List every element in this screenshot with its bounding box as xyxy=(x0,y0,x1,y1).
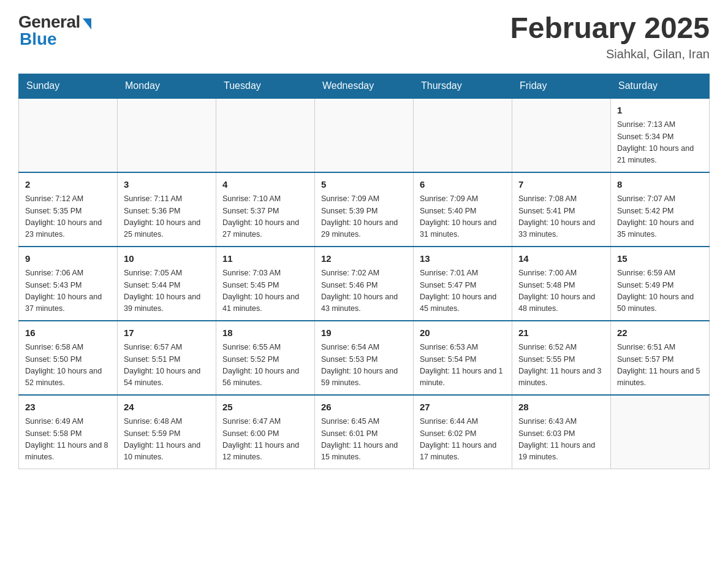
day-number: 1 xyxy=(617,104,703,118)
day-number: 4 xyxy=(222,178,308,192)
day-info: Sunrise: 7:06 AMSunset: 5:43 PMDaylight:… xyxy=(25,267,111,315)
day-info: Sunrise: 7:09 AMSunset: 5:39 PMDaylight:… xyxy=(321,193,407,241)
day-info: Sunrise: 7:08 AMSunset: 5:41 PMDaylight:… xyxy=(518,193,604,241)
calendar-cell: 8Sunrise: 7:07 AMSunset: 5:42 PMDaylight… xyxy=(611,172,710,247)
day-info: Sunrise: 6:55 AMSunset: 5:52 PMDaylight:… xyxy=(222,342,308,389)
calendar-header-sunday: Sunday xyxy=(19,74,118,98)
day-info: Sunrise: 7:11 AMSunset: 5:36 PMDaylight:… xyxy=(124,193,210,241)
calendar-cell: 26Sunrise: 6:45 AMSunset: 6:01 PMDayligh… xyxy=(315,395,414,469)
day-number: 23 xyxy=(25,400,111,415)
calendar-cell: 28Sunrise: 6:43 AMSunset: 6:03 PMDayligh… xyxy=(512,395,611,469)
day-number: 15 xyxy=(617,252,703,266)
day-info: Sunrise: 6:44 AMSunset: 6:02 PMDaylight:… xyxy=(420,416,506,464)
calendar-cell: 27Sunrise: 6:44 AMSunset: 6:02 PMDayligh… xyxy=(414,395,512,469)
day-number: 3 xyxy=(124,178,210,192)
day-info: Sunrise: 7:05 AMSunset: 5:44 PMDaylight:… xyxy=(124,267,210,315)
calendar-cell: 23Sunrise: 6:49 AMSunset: 5:58 PMDayligh… xyxy=(19,395,118,469)
day-number: 9 xyxy=(25,252,111,266)
calendar-cell: 22Sunrise: 6:51 AMSunset: 5:57 PMDayligh… xyxy=(611,321,710,395)
day-number: 21 xyxy=(518,326,604,340)
day-info: Sunrise: 6:43 AMSunset: 6:03 PMDaylight:… xyxy=(518,416,604,464)
calendar-cell: 24Sunrise: 6:48 AMSunset: 5:59 PMDayligh… xyxy=(118,395,216,469)
day-number: 7 xyxy=(518,178,604,192)
day-info: Sunrise: 7:10 AMSunset: 5:37 PMDaylight:… xyxy=(222,193,308,241)
calendar-cell: 17Sunrise: 6:57 AMSunset: 5:51 PMDayligh… xyxy=(118,321,216,395)
day-number: 8 xyxy=(617,178,703,192)
day-number: 22 xyxy=(617,326,703,340)
day-info: Sunrise: 6:48 AMSunset: 5:59 PMDaylight:… xyxy=(124,416,210,464)
page-title: February 2025 xyxy=(510,12,710,45)
calendar-cell: 20Sunrise: 6:53 AMSunset: 5:54 PMDayligh… xyxy=(414,321,512,395)
day-info: Sunrise: 7:00 AMSunset: 5:48 PMDaylight:… xyxy=(518,267,604,315)
calendar-header-friday: Friday xyxy=(512,74,611,98)
day-number: 24 xyxy=(124,400,210,415)
title-area: February 2025 Siahkal, Gilan, Iran xyxy=(510,12,710,61)
calendar-cell: 4Sunrise: 7:10 AMSunset: 5:37 PMDaylight… xyxy=(216,172,315,247)
calendar-cell: 14Sunrise: 7:00 AMSunset: 5:48 PMDayligh… xyxy=(512,247,611,321)
calendar-cell xyxy=(216,98,315,172)
day-info: Sunrise: 6:49 AMSunset: 5:58 PMDaylight:… xyxy=(25,416,111,464)
day-info: Sunrise: 7:03 AMSunset: 5:45 PMDaylight:… xyxy=(222,267,308,315)
calendar-cell: 2Sunrise: 7:12 AMSunset: 5:35 PMDaylight… xyxy=(19,172,118,247)
day-number: 25 xyxy=(222,400,308,415)
calendar-cell: 5Sunrise: 7:09 AMSunset: 5:39 PMDaylight… xyxy=(315,172,414,247)
day-info: Sunrise: 7:13 AMSunset: 5:34 PMDaylight:… xyxy=(617,119,703,167)
calendar-cell: 3Sunrise: 7:11 AMSunset: 5:36 PMDaylight… xyxy=(118,172,216,247)
calendar-cell xyxy=(611,395,710,469)
day-info: Sunrise: 6:58 AMSunset: 5:50 PMDaylight:… xyxy=(25,342,111,389)
calendar-cell: 16Sunrise: 6:58 AMSunset: 5:50 PMDayligh… xyxy=(19,321,118,395)
day-number: 2 xyxy=(25,178,111,192)
day-number: 10 xyxy=(124,252,210,266)
calendar-table: SundayMondayTuesdayWednesdayThursdayFrid… xyxy=(18,74,710,469)
logo-blue-text: Blue xyxy=(20,29,57,49)
day-number: 6 xyxy=(420,178,506,192)
day-number: 5 xyxy=(321,178,407,192)
calendar-header-wednesday: Wednesday xyxy=(315,74,414,98)
calendar-cell: 19Sunrise: 6:54 AMSunset: 5:53 PMDayligh… xyxy=(315,321,414,395)
day-number: 17 xyxy=(124,326,210,340)
day-info: Sunrise: 6:57 AMSunset: 5:51 PMDaylight:… xyxy=(124,342,210,389)
day-info: Sunrise: 6:51 AMSunset: 5:57 PMDaylight:… xyxy=(617,342,703,389)
calendar-cell xyxy=(512,98,611,172)
week-row-3: 9Sunrise: 7:06 AMSunset: 5:43 PMDaylight… xyxy=(19,247,710,321)
day-info: Sunrise: 7:02 AMSunset: 5:46 PMDaylight:… xyxy=(321,267,407,315)
day-info: Sunrise: 6:47 AMSunset: 6:00 PMDaylight:… xyxy=(222,416,308,464)
calendar-cell: 18Sunrise: 6:55 AMSunset: 5:52 PMDayligh… xyxy=(216,321,315,395)
day-info: Sunrise: 7:09 AMSunset: 5:40 PMDaylight:… xyxy=(420,193,506,241)
day-number: 13 xyxy=(420,252,506,266)
calendar-cell: 25Sunrise: 6:47 AMSunset: 6:00 PMDayligh… xyxy=(216,395,315,469)
day-number: 16 xyxy=(25,326,111,340)
logo-arrow-icon xyxy=(83,18,91,29)
calendar-cell: 13Sunrise: 7:01 AMSunset: 5:47 PMDayligh… xyxy=(414,247,512,321)
calendar-cell: 12Sunrise: 7:02 AMSunset: 5:46 PMDayligh… xyxy=(315,247,414,321)
calendar-header-row: SundayMondayTuesdayWednesdayThursdayFrid… xyxy=(19,74,710,98)
day-number: 18 xyxy=(222,326,308,340)
day-info: Sunrise: 6:59 AMSunset: 5:49 PMDaylight:… xyxy=(617,267,703,315)
page-header: General Blue February 2025 Siahkal, Gila… xyxy=(18,12,710,61)
day-info: Sunrise: 6:45 AMSunset: 6:01 PMDaylight:… xyxy=(321,416,407,464)
week-row-2: 2Sunrise: 7:12 AMSunset: 5:35 PMDaylight… xyxy=(19,172,710,247)
calendar-header-thursday: Thursday xyxy=(414,74,512,98)
calendar-cell xyxy=(19,98,118,172)
page-subtitle: Siahkal, Gilan, Iran xyxy=(510,47,710,61)
calendar-header-saturday: Saturday xyxy=(611,74,710,98)
day-info: Sunrise: 7:01 AMSunset: 5:47 PMDaylight:… xyxy=(420,267,506,315)
day-number: 19 xyxy=(321,326,407,340)
day-number: 11 xyxy=(222,252,308,266)
day-number: 27 xyxy=(420,400,506,415)
day-number: 12 xyxy=(321,252,407,266)
logo: General Blue xyxy=(18,12,91,49)
day-info: Sunrise: 7:12 AMSunset: 5:35 PMDaylight:… xyxy=(25,193,111,241)
week-row-5: 23Sunrise: 6:49 AMSunset: 5:58 PMDayligh… xyxy=(19,395,710,469)
day-number: 14 xyxy=(518,252,604,266)
calendar-cell xyxy=(315,98,414,172)
day-number: 26 xyxy=(321,400,407,415)
calendar-cell: 11Sunrise: 7:03 AMSunset: 5:45 PMDayligh… xyxy=(216,247,315,321)
day-info: Sunrise: 6:53 AMSunset: 5:54 PMDaylight:… xyxy=(420,342,506,389)
calendar-cell xyxy=(118,98,216,172)
calendar-cell: 6Sunrise: 7:09 AMSunset: 5:40 PMDaylight… xyxy=(414,172,512,247)
calendar-cell: 9Sunrise: 7:06 AMSunset: 5:43 PMDaylight… xyxy=(19,247,118,321)
day-number: 28 xyxy=(518,400,604,415)
day-info: Sunrise: 6:52 AMSunset: 5:55 PMDaylight:… xyxy=(518,342,604,389)
calendar-header-monday: Monday xyxy=(118,74,216,98)
